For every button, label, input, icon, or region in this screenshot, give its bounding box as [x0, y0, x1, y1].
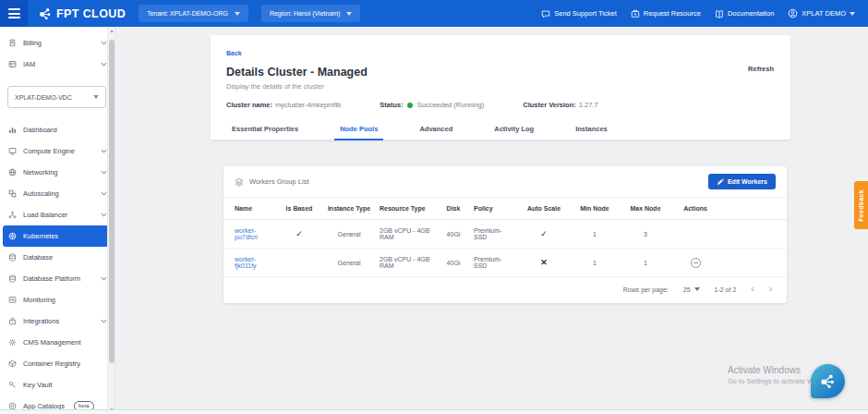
- worker-row-2: worker-fjk011fy General 2GB vCPU - 4GB R…: [223, 249, 787, 277]
- next-page-icon[interactable]: ›: [769, 285, 772, 294]
- compute-engine-icon: [8, 147, 17, 155]
- tenant-label: Tenant: XPLAT-DEMO-ORG: [147, 10, 228, 17]
- chevron-down-icon: [101, 41, 107, 45]
- chevron-down-icon: [346, 12, 352, 16]
- networking-icon: [8, 168, 17, 177]
- sidebar-item-key-vault[interactable]: Key Vault: [0, 374, 115, 396]
- send-support-ticket-link[interactable]: Send Support Ticket: [541, 9, 617, 18]
- worker-row-1: worker-pu7dfcri ✓ General 2GB vCPU - 4GB…: [223, 220, 787, 249]
- workers-card-header: Workers Group List Edit Workers: [223, 166, 787, 198]
- region-label: Region: Hanoi (Vietnam): [270, 10, 341, 17]
- edit-workers-button[interactable]: Edit Workers: [708, 174, 776, 189]
- layers-icon: [235, 177, 244, 187]
- header-actions: Send Support Ticket Request Resource Doc…: [541, 8, 855, 18]
- sidebar-item-database[interactable]: Database: [0, 247, 115, 268]
- sidebar-item-container-registry[interactable]: Container Registry: [0, 353, 115, 374]
- iam-icon: [8, 60, 17, 68]
- pencil-icon: [717, 178, 724, 186]
- dashboard-icon: [8, 126, 17, 134]
- tab-activity-log[interactable]: Activity Log: [488, 121, 539, 140]
- tab-node-pools[interactable]: Node Pools: [334, 121, 383, 140]
- pagination-range: 1-2 of 2: [715, 286, 737, 293]
- refresh-button[interactable]: Refresh: [748, 65, 774, 73]
- page-title: Details Cluster - Managed: [226, 66, 775, 79]
- scroll-up-icon[interactable]: ▲: [108, 27, 115, 35]
- cluster-name: Cluster name:mycluster-4mkepmfib: [226, 101, 341, 109]
- back-link[interactable]: Back: [226, 50, 242, 56]
- tenant-selector[interactable]: Tenant: XPLAT-DEMO-ORG: [139, 5, 248, 22]
- feedback-button[interactable]: Feedback: [854, 181, 868, 229]
- request-resource-link[interactable]: Request Resource: [631, 9, 701, 18]
- table-header-row: Name Is Based Instance Type Resource Typ…: [223, 198, 787, 220]
- chevron-down-icon: [101, 149, 107, 153]
- logo-text: FPT CLOUD: [56, 7, 126, 20]
- chat-widget-button[interactable]: [811, 364, 845, 398]
- sidebar-item-integrations[interactable]: Integrations: [0, 310, 115, 332]
- monitoring-icon: [8, 296, 17, 304]
- sidebar-item-kubernetes[interactable]: Kubernetes: [3, 225, 109, 247]
- horizontal-scrollbar[interactable]: [0, 409, 868, 414]
- remove-node-pool-icon[interactable]: [691, 258, 701, 268]
- workers-group-card: Workers Group List Edit Workers Name Is …: [223, 166, 787, 303]
- region-selector[interactable]: Region: Hanoi (Vietnam): [261, 5, 361, 22]
- tab-essential-properties[interactable]: Essential Properties: [226, 121, 304, 140]
- account-icon: [788, 8, 798, 18]
- col-resource-type: Resource Type: [377, 198, 436, 220]
- chevron-down-icon: [235, 12, 240, 16]
- sidebar-item-compute-engine[interactable]: Compute Engine: [0, 140, 115, 162]
- worker-name-link[interactable]: worker-fjk011fy: [235, 256, 257, 269]
- billing-icon: [8, 39, 17, 47]
- col-actions: Actions: [672, 198, 718, 220]
- container-registry-icon: [8, 359, 17, 368]
- sidebar-item-database-platform[interactable]: Database Platform: [0, 268, 115, 289]
- table-pagination: Rows per page: 25 1-2 of 2 ‹ ›: [223, 277, 787, 303]
- chevron-down-icon: [101, 170, 107, 175]
- kubernetes-icon: [8, 232, 17, 240]
- chevron-down-icon: [93, 95, 99, 99]
- sidebar-item-autoscaling[interactable]: Autoscaling: [0, 183, 115, 204]
- chevron-down-icon: [101, 191, 107, 196]
- sidebar-item-networking[interactable]: Networking: [0, 162, 115, 183]
- check-icon: ✓: [295, 229, 303, 238]
- support-ticket-icon: [541, 9, 550, 18]
- cluster-version: Cluster Version:1.27.7: [523, 101, 597, 109]
- col-is-based: Is Based: [277, 198, 321, 220]
- account-menu[interactable]: XPLAT DEMO: [788, 8, 855, 18]
- key-icon: [8, 381, 17, 389]
- tab-bar: Essential Properties Node Pools Advanced…: [211, 121, 790, 140]
- main-content: Back Details Cluster - Managed Display t…: [116, 27, 868, 414]
- tab-instances[interactable]: Instances: [570, 121, 613, 140]
- cluster-status: Status:Succeeded (Running): [380, 101, 484, 109]
- scrollbar-thumb[interactable]: [109, 40, 115, 363]
- prev-page-icon[interactable]: ‹: [751, 285, 753, 294]
- database-icon: [8, 253, 17, 262]
- menu-toggle-icon[interactable]: [0, 0, 28, 27]
- documentation-link[interactable]: Documentation: [715, 9, 774, 18]
- sidebar-item-iam[interactable]: IAM: [0, 54, 115, 75]
- col-auto-scale: Auto Scale: [517, 198, 571, 220]
- rows-per-page-select[interactable]: 25: [683, 286, 700, 293]
- sidebar-item-monitoring[interactable]: Monitoring: [0, 289, 115, 310]
- workers-card-title: Workers Group List: [235, 177, 308, 187]
- vdc-selector[interactable]: XPLAT-DEMO-VDC: [7, 86, 106, 108]
- cluster-details-panel: Back Details Cluster - Managed Display t…: [211, 35, 790, 140]
- sidebar-item-load-balancer[interactable]: Load Balancer: [0, 204, 115, 225]
- request-resource-icon: [631, 9, 640, 18]
- chevron-down-icon: [101, 319, 107, 323]
- sidebar-item-billing[interactable]: Billing: [0, 32, 115, 54]
- top-header: FPT CLOUD Tenant: XPLAT-DEMO-ORG Region:…: [0, 0, 868, 27]
- col-disk: Disk: [436, 198, 471, 220]
- sidebar-item-dashboard[interactable]: Dashboard: [0, 119, 115, 140]
- worker-name-link[interactable]: worker-pu7dfcri: [235, 227, 258, 240]
- sidebar: Billing IAM XPLAT-DEMO-VDC Dashboard Com…: [0, 27, 115, 414]
- chevron-down-icon: [101, 276, 107, 281]
- sidebar-scrollbar[interactable]: ▲ ▼: [107, 27, 115, 414]
- tab-advanced[interactable]: Advanced: [414, 121, 458, 140]
- sidebar-item-cms-management[interactable]: CMS Management: [0, 332, 115, 353]
- chevron-down-icon: [850, 12, 855, 16]
- cluster-info-row: Cluster name:mycluster-4mkepmfib Status:…: [226, 101, 775, 109]
- app-window: FPT CLOUD Tenant: XPLAT-DEMO-ORG Region:…: [0, 0, 868, 414]
- col-min-node: Min Node: [571, 198, 619, 220]
- fpt-cloud-logo: FPT CLOUD: [39, 7, 126, 20]
- col-instance-type: Instance Type: [321, 198, 377, 220]
